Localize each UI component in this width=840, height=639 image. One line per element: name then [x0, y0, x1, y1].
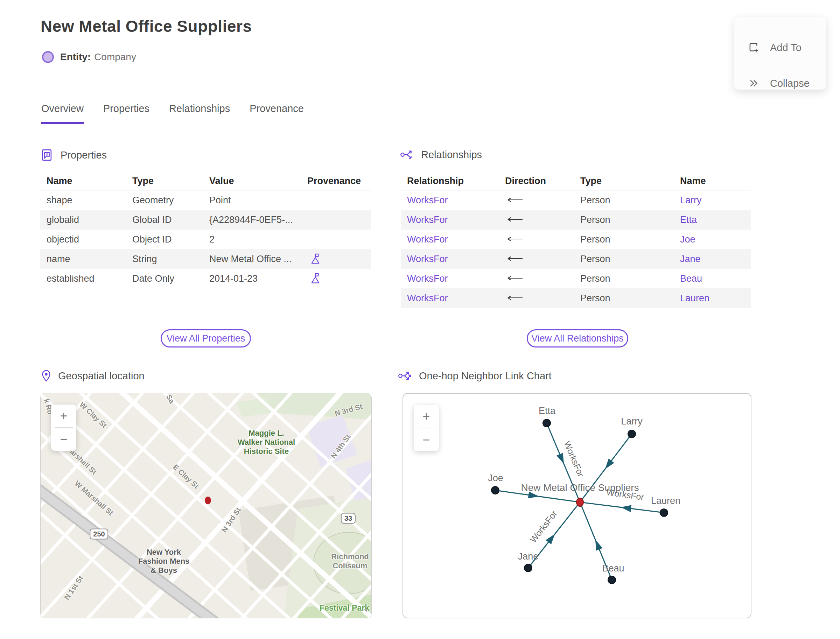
table-row: established Date Only 2014-01-23: [40, 269, 371, 288]
prop-name: name: [40, 254, 126, 265]
table-row: WorksFor Person Etta: [401, 210, 751, 230]
one-hop-link-chart[interactable]: WorksForWorksForWorksForEttaLarryJoeLaur…: [402, 393, 751, 618]
graph-edge-arrowhead: [595, 540, 603, 551]
entity-name-link[interactable]: Joe: [674, 234, 751, 245]
double-chevron-right-icon: [748, 77, 760, 90]
col-header: Provenance: [301, 176, 371, 186]
graph-node-label: Jane: [518, 551, 539, 562]
direction-left-arrow-icon: [499, 195, 574, 206]
table-row: WorksFor Person Jane: [401, 249, 751, 269]
add-to-icon: [748, 41, 760, 54]
graph-node-label: Joe: [488, 473, 503, 483]
col-header: Type: [126, 176, 203, 186]
provenance-flag-icon[interactable]: [301, 253, 371, 265]
tab-bar: Overview Properties Relationships Proven…: [41, 103, 304, 124]
graph-center-node-label: New Metal Office Suppliers: [521, 482, 639, 493]
prop-name: objectid: [40, 234, 126, 245]
graph-edge-arrowhead: [557, 453, 564, 464]
map-zoom-out-button[interactable]: −: [51, 428, 76, 451]
table-row: WorksFor Person Lauren: [401, 288, 751, 308]
actions-panel: Add To Collapse: [734, 17, 826, 90]
direction-left-arrow-icon: [499, 254, 574, 265]
graph-node-joe[interactable]: [492, 486, 499, 494]
route-shield: 250: [90, 529, 108, 540]
chart-zoom-in-button[interactable]: +: [414, 405, 439, 428]
geospatial-map[interactable]: k RdW Clay StSaN 3rd StN 4th Starshall S…: [40, 393, 372, 618]
graph-edge-arrowhead: [620, 505, 632, 512]
table-row: name String New Metal Office ...: [40, 249, 371, 269]
entity-name-link[interactable]: Beau: [674, 273, 751, 284]
graph-node-etta[interactable]: [543, 419, 550, 427]
relationships-table: Relationship Direction Type Name WorksFo…: [401, 174, 751, 308]
direction-left-arrow-icon: [499, 234, 574, 245]
prop-type: Object ID: [126, 234, 203, 245]
collapse-label: Collapse: [770, 78, 810, 89]
col-header: Direction: [499, 176, 574, 186]
route-shield: 33: [341, 513, 356, 524]
relationship-link[interactable]: WorksFor: [401, 273, 499, 284]
add-to-label: Add To: [770, 42, 802, 54]
entity-name-link[interactable]: Jane: [674, 254, 751, 265]
col-header: Name: [674, 176, 751, 186]
direction-left-arrow-icon: [499, 293, 574, 304]
graph-center-node[interactable]: [576, 498, 584, 506]
table-row: globalid Global ID {A228944F-0EF5-...: [40, 210, 371, 230]
prop-value: New Metal Office ...: [203, 254, 301, 265]
tab-properties[interactable]: Properties: [103, 103, 150, 124]
prop-type: Global ID: [126, 215, 203, 226]
table-row: objectid Object ID 2: [40, 230, 371, 249]
prop-name: shape: [40, 195, 126, 206]
tab-overview[interactable]: Overview: [41, 103, 84, 124]
chart-zoom-out-button[interactable]: −: [414, 428, 439, 451]
table-row: WorksFor Person Larry: [401, 191, 751, 210]
entity-type-dot-icon: [42, 51, 54, 63]
rel-type: Person: [574, 215, 674, 226]
table-row: WorksFor Person Beau: [401, 269, 751, 288]
relationship-link[interactable]: WorksFor: [401, 195, 499, 206]
collapse-button[interactable]: Collapse: [748, 77, 810, 90]
graph-node-beau[interactable]: [608, 576, 616, 584]
prop-type: String: [126, 254, 203, 265]
rel-type: Person: [574, 293, 674, 304]
relationship-link[interactable]: WorksFor: [401, 254, 499, 265]
graph-node-jane[interactable]: [524, 564, 532, 572]
graph-edge-arrowhead: [546, 534, 555, 545]
entity-name-link[interactable]: Larry: [674, 195, 751, 206]
rel-type: Person: [574, 254, 674, 265]
map-location-marker[interactable]: [205, 497, 211, 504]
properties-section-header: Properties: [40, 148, 107, 162]
provenance-flag-icon[interactable]: [301, 272, 371, 285]
graph-node-larry[interactable]: [628, 430, 636, 438]
link-chart-section-header: One-hop Neighbor Link Chart: [398, 370, 552, 382]
relationship-link[interactable]: WorksFor: [401, 215, 499, 226]
geospatial-section-title: Geospatial location: [58, 370, 145, 382]
chart-zoom-control: + −: [414, 405, 439, 451]
map-zoom-control: + −: [51, 405, 76, 451]
relationships-icon: [400, 148, 414, 161]
graph-edge-arrowhead: [605, 459, 614, 469]
link-chart-canvas: WorksForWorksForWorksForEttaLarryJoeLaur…: [403, 394, 751, 618]
table-row: WorksFor Person Joe: [401, 230, 751, 249]
map-canvas: [41, 393, 371, 618]
link-chart-section-title: One-hop Neighbor Link Chart: [419, 370, 552, 382]
prop-type: Geometry: [126, 195, 203, 206]
add-to-button[interactable]: Add To: [748, 41, 802, 54]
relationships-section-header: Relationships: [400, 148, 482, 161]
entity-name-link[interactable]: Etta: [674, 215, 751, 226]
prop-value: 2: [203, 234, 301, 245]
graph-node-lauren[interactable]: [660, 509, 668, 517]
relationship-link[interactable]: WorksFor: [401, 293, 499, 304]
entity-name-link[interactable]: Lauren: [674, 293, 751, 304]
tab-provenance[interactable]: Provenance: [250, 103, 304, 124]
graph-edge-label: WorksFor: [562, 440, 586, 478]
tab-relationships[interactable]: Relationships: [169, 103, 230, 124]
view-all-properties-button[interactable]: View All Properties: [161, 329, 251, 348]
map-zoom-in-button[interactable]: +: [51, 405, 76, 427]
view-all-relationships-button[interactable]: View All Relationships: [527, 329, 628, 348]
page-title: New Metal Office Suppliers: [41, 17, 251, 36]
properties-section-title: Properties: [60, 149, 107, 161]
relationship-link[interactable]: WorksFor: [401, 234, 499, 245]
properties-table-header: Name Type Value Provenance: [40, 174, 371, 191]
prop-name: globalid: [40, 215, 126, 226]
prop-type: Date Only: [126, 273, 203, 284]
